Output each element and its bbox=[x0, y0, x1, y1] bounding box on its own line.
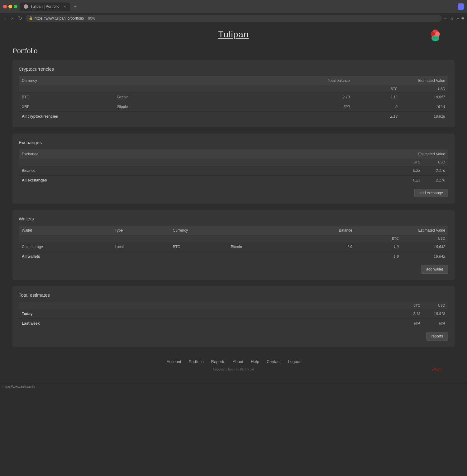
currency-header: Currency bbox=[19, 76, 114, 85]
address-bar[interactable]: 🔒 https://www.tulipan.io/portfolio 90% bbox=[26, 15, 442, 22]
add-wallet-button[interactable]: add wallet bbox=[421, 265, 448, 274]
table-row: Today 2.13 18,818 bbox=[19, 309, 448, 319]
cold-storage-currency-name: Bitcoin bbox=[228, 242, 286, 252]
crypto-totals-row: All cryptocurrencies 2.13 18,818 bbox=[19, 112, 448, 121]
xrp-name: Ripple bbox=[114, 102, 233, 112]
binance-name: Binance bbox=[19, 166, 398, 176]
exchanges-table: Exchange Estimated Value BTC USD Binance… bbox=[19, 149, 448, 185]
cryptocurrencies-section: Cryptocurrencies Currency Total balance … bbox=[12, 60, 455, 127]
cold-storage-currency-code: BTC bbox=[170, 242, 228, 252]
lastweek-label: Last week bbox=[19, 319, 398, 328]
balance-col-header: Balance bbox=[286, 226, 355, 235]
add-exchange-button[interactable]: add exchange bbox=[414, 189, 448, 197]
wallet-totals-row: All wallets 1.9 16,642 bbox=[19, 252, 448, 262]
footer-portfolio-link[interactable]: Portfolio bbox=[189, 359, 204, 364]
footer-about-link[interactable]: About bbox=[233, 359, 243, 364]
nav-right: ··· ☆ » ≡ bbox=[444, 16, 464, 21]
total-estimates-table: BTC USD Today 2.13 18,818 Last week N/A … bbox=[19, 302, 448, 328]
title-bar: Tulipan | Portfolio × + bbox=[0, 0, 467, 13]
tab-title: Tulipan | Portfolio bbox=[31, 4, 60, 9]
close-window-button[interactable] bbox=[3, 5, 7, 8]
cold-storage-btc: 1.9 bbox=[355, 242, 402, 252]
menu-button[interactable]: ≡ bbox=[461, 16, 464, 21]
browser-nav: ‹ › ↻ 🔒 https://www.tulipan.io/portfolio… bbox=[0, 13, 467, 23]
exchange-sub-header: BTC USD bbox=[19, 159, 448, 166]
table-row: XRP Ripple 590 0 161.4 bbox=[19, 102, 448, 112]
plurby-logo: Plurby bbox=[432, 367, 442, 371]
extension-icon[interactable] bbox=[458, 3, 464, 10]
forward-button[interactable]: › bbox=[10, 15, 14, 22]
binance-btc: 0.23 bbox=[398, 166, 423, 176]
type-col-header: Type bbox=[112, 226, 169, 235]
cold-storage-balance: 1.9 bbox=[286, 242, 355, 252]
reports-button[interactable]: reports bbox=[426, 332, 448, 341]
wallet-btc-header: BTC bbox=[355, 235, 402, 242]
footer-help-link[interactable]: Help bbox=[251, 359, 259, 364]
binance-usd: 2,176 bbox=[423, 166, 448, 176]
wallet-col-header: Wallet bbox=[19, 226, 112, 235]
wallet-usd-header: USD bbox=[402, 235, 448, 242]
extensions-button[interactable]: » bbox=[456, 16, 459, 21]
tab-favicon bbox=[24, 4, 28, 9]
exchange-totals-row: All exchanges 0.23 2,176 bbox=[19, 176, 448, 185]
total-balance-header: Total balance bbox=[233, 76, 353, 85]
crypto-totals-usd: 18,818 bbox=[401, 112, 448, 121]
exchange-totals-usd: 2,176 bbox=[423, 176, 448, 185]
logo bbox=[428, 30, 442, 43]
exchange-header-row: Exchange Estimated Value bbox=[19, 149, 448, 159]
window-controls bbox=[3, 5, 17, 8]
exchange-btc-header: BTC bbox=[398, 159, 423, 166]
exchange-actions: add exchange bbox=[19, 185, 448, 197]
cryptocurrencies-title: Cryptocurrencies bbox=[19, 66, 448, 72]
url-text: https://www.tulipan.io/portfolio bbox=[35, 16, 84, 21]
wallet-totals-label: All wallets bbox=[19, 252, 355, 262]
currency-col-header: Currency bbox=[170, 226, 228, 235]
btc-btc-value: 2.13 bbox=[353, 92, 401, 102]
back-button[interactable]: ‹ bbox=[3, 15, 8, 22]
today-btc: 2.13 bbox=[398, 309, 423, 319]
footer-account-link[interactable]: Account bbox=[167, 359, 181, 364]
maximize-window-button[interactable] bbox=[14, 5, 17, 8]
browser-chrome: Tulipan | Portfolio × + ‹ › ↻ 🔒 https://… bbox=[0, 0, 467, 23]
btc-balance: 2.13 bbox=[233, 92, 353, 102]
currency-name-col bbox=[228, 226, 286, 235]
wallet-actions: add wallet bbox=[19, 261, 448, 274]
exchange-usd-header: USD bbox=[423, 159, 448, 166]
site-title: Tulipan bbox=[218, 30, 249, 40]
total-estimates-section: Total estimates BTC USD Today 2.13 18,81… bbox=[12, 286, 455, 347]
refresh-button[interactable]: ↻ bbox=[17, 15, 24, 22]
wallet-sub-header: BTC USD bbox=[19, 235, 448, 242]
xrp-btc-value: 0 bbox=[353, 102, 401, 112]
exchanges-section: Exchanges Exchange Estimated Value BTC U… bbox=[12, 134, 455, 204]
bookmark-button[interactable]: ☆ bbox=[450, 16, 454, 21]
zoom-level: 90% bbox=[88, 16, 95, 21]
footer-reports-link[interactable]: Reports bbox=[211, 359, 225, 364]
minimize-window-button[interactable] bbox=[8, 5, 12, 8]
wallet-totals-usd: 16,642 bbox=[402, 252, 448, 262]
lastweek-usd: N/A bbox=[423, 319, 448, 328]
close-tab-button[interactable]: × bbox=[64, 4, 66, 9]
page-content: Tulipan Portfolio Cryptocurrencies Curre… bbox=[0, 23, 467, 384]
footer-contact-link[interactable]: Contact bbox=[267, 359, 281, 364]
copyright: Copyright: Envy by Plurby Ltd Plurby bbox=[12, 368, 455, 371]
page-title: Portfolio bbox=[12, 47, 455, 55]
crypto-header-row: Currency Total balance Estimated Value bbox=[19, 76, 448, 85]
crypto-totals-label: All cryptocurrencies bbox=[19, 112, 353, 121]
table-row: BTC Bitcoin 2.13 2.13 18,657 bbox=[19, 92, 448, 102]
cold-storage-name: Cold storage bbox=[19, 242, 112, 252]
estimates-btc-header: BTC bbox=[398, 302, 423, 309]
more-button[interactable]: ··· bbox=[444, 16, 447, 21]
crypto-totals-btc: 2.13 bbox=[353, 112, 401, 121]
new-tab-button[interactable]: + bbox=[74, 3, 77, 10]
footer-logout-link[interactable]: Logout bbox=[288, 359, 301, 364]
exchange-col-header: Exchange bbox=[19, 149, 398, 159]
site-header: Tulipan bbox=[12, 30, 455, 40]
total-estimates-title: Total estimates bbox=[19, 292, 448, 298]
status-url: https://www.tulipan.io bbox=[2, 385, 35, 389]
wallet-totals-btc: 1.9 bbox=[355, 252, 402, 262]
security-icon: 🔒 bbox=[29, 16, 33, 20]
wallet-header-row: Wallet Type Currency Balance Estimated V… bbox=[19, 226, 448, 235]
active-tab[interactable]: Tulipan | Portfolio × bbox=[20, 2, 70, 11]
exchange-totals-btc: 0.23 bbox=[398, 176, 423, 185]
btc-name: Bitcoin bbox=[114, 92, 233, 102]
